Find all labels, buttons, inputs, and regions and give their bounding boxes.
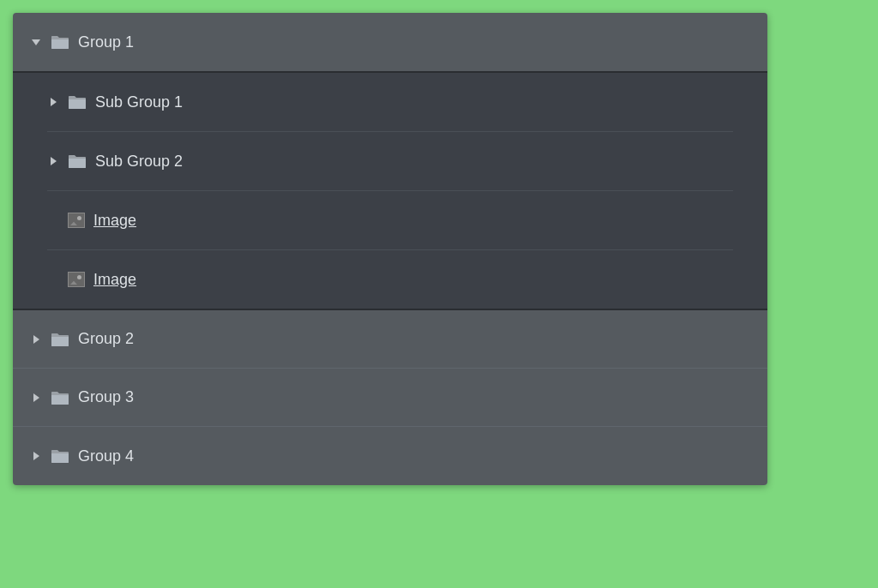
chevron-right-icon xyxy=(30,333,42,345)
other-groups: Group 2 Group 3 xyxy=(13,310,767,485)
group4-label: Group 4 xyxy=(78,447,134,465)
group3-label: Group 3 xyxy=(78,388,134,406)
group2-item[interactable]: Group 2 xyxy=(13,310,767,369)
chevron-right-icon xyxy=(30,392,42,404)
subgroup1-label: Sub Group 1 xyxy=(95,93,183,111)
chevron-right-icon xyxy=(47,96,59,108)
chevron-right-icon xyxy=(47,155,59,167)
image1-label[interactable]: Image xyxy=(93,212,136,230)
group3-item[interactable]: Group 3 xyxy=(13,369,767,427)
folder-icon xyxy=(51,390,69,405)
subgroup1-item[interactable]: Sub Group 1 xyxy=(13,73,767,131)
group1-label: Group 1 xyxy=(78,33,134,51)
group2-label: Group 2 xyxy=(78,330,134,348)
chevron-right-icon xyxy=(30,450,42,462)
group4-item[interactable]: Group 4 xyxy=(13,427,767,485)
group1-header[interactable]: Group 1 xyxy=(13,13,767,71)
subgroup2-label: Sub Group 2 xyxy=(95,153,183,171)
chevron-down-icon xyxy=(30,36,42,48)
folder-icon xyxy=(68,153,87,169)
folder-icon xyxy=(51,448,69,464)
subgroup2-item[interactable]: Sub Group 2 xyxy=(13,132,767,190)
tree-container: Group 1 Sub Group 1 xyxy=(13,13,767,485)
image-thumbnail-icon xyxy=(68,272,85,287)
folder-icon xyxy=(51,34,69,50)
folder-icon xyxy=(68,94,87,110)
image-thumbnail-icon xyxy=(68,213,85,228)
group1-children: Sub Group 1 Sub Group 2 Image xyxy=(13,73,767,309)
image2-item[interactable]: Image xyxy=(13,250,767,309)
image2-label[interactable]: Image xyxy=(93,271,136,289)
folder-icon xyxy=(51,332,69,347)
image1-item[interactable]: Image xyxy=(13,191,767,249)
